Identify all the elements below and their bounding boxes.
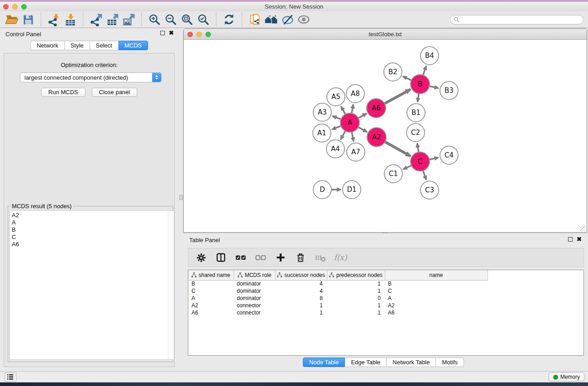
column-header-successor-nodes[interactable]: successor nodes xyxy=(275,270,327,280)
criterion-value: largest connected component (directed) xyxy=(24,74,128,81)
mcds-result-item[interactable]: A xyxy=(10,219,174,226)
function-builder-icon[interactable]: f(x) xyxy=(332,250,349,265)
window-resize-grip[interactable] xyxy=(580,226,586,232)
graph-node-label: C3 xyxy=(425,186,434,194)
tab-style[interactable]: Style xyxy=(65,41,90,50)
optimization-criterion-label: Optimization criterion: xyxy=(4,62,174,68)
toolbar-separator xyxy=(242,13,242,26)
tab-select[interactable]: Select xyxy=(90,41,119,50)
column-header-shared-name[interactable]: shared name xyxy=(188,270,234,280)
table-cell: connector xyxy=(234,309,275,316)
tab-node-table[interactable]: Node Table xyxy=(303,357,345,367)
table-header-row: shared nameMCDS rolesuccessor nodesprede… xyxy=(188,270,488,280)
table-row[interactable]: Cdominator41C xyxy=(188,287,488,295)
table-cell: A xyxy=(188,295,234,302)
tab-mcds[interactable]: MCDS xyxy=(119,41,148,50)
table-cell: 4 xyxy=(275,280,327,287)
mcds-result-item[interactable]: C xyxy=(10,234,174,241)
column-header-name[interactable]: name xyxy=(385,270,488,280)
hide-selected-icon[interactable] xyxy=(279,12,296,27)
graph-edge-A6-B[interactable] xyxy=(383,90,411,105)
table-cell: 0 xyxy=(327,295,385,302)
table-settings-icon[interactable] xyxy=(193,250,209,265)
table-row[interactable]: Bdominator41B xyxy=(188,280,488,287)
create-column-icon[interactable] xyxy=(272,250,289,265)
graph-node-label: A2 xyxy=(372,133,381,141)
table-cell: 1 xyxy=(327,309,385,316)
tab-edge-table[interactable]: Edge Table xyxy=(345,357,387,367)
export-network-icon[interactable] xyxy=(88,12,104,27)
zoom-in-icon[interactable] xyxy=(146,12,163,27)
table-toolbar: f(x) xyxy=(188,248,584,267)
column-header-predecessor-nodes[interactable]: predecessor nodes xyxy=(327,270,385,280)
table-cell: C xyxy=(188,287,234,295)
export-image-icon[interactable] xyxy=(120,12,137,27)
float-panel-icon[interactable] xyxy=(160,31,165,35)
select-all-icon[interactable] xyxy=(233,250,249,265)
run-mcds-button[interactable]: Run MCDS xyxy=(41,88,86,97)
tab-network-table[interactable]: Network Table xyxy=(387,357,436,367)
table-cell: A2 xyxy=(188,302,234,309)
main-titlebar: Session: New Session xyxy=(0,2,588,11)
apply-layout-icon[interactable] xyxy=(221,12,237,27)
table-cell: A2 xyxy=(385,302,488,309)
graph-node-label: A6 xyxy=(372,104,381,112)
graph-edge-A2-C[interactable] xyxy=(384,141,411,156)
graph-node-label: A4 xyxy=(331,145,340,153)
table-cell: dominator xyxy=(234,287,275,295)
application-window: Session: New Session xyxy=(0,0,588,386)
network-graph: B4B2BB3A8A5A6A3B1AA1C2A2A4A7C4CC1C3DD1 xyxy=(184,40,587,232)
table-panel: Table Panel ✖ xyxy=(179,234,588,371)
close-panel-icon[interactable]: ✖ xyxy=(169,31,174,35)
mcds-result-item[interactable]: B xyxy=(10,226,174,234)
mcds-result-item[interactable]: A2 xyxy=(10,212,174,219)
table-cell: 8 xyxy=(275,295,327,302)
graph-node-label: B2 xyxy=(388,68,397,76)
memory-button[interactable]: Memory xyxy=(549,372,584,381)
search-input[interactable] xyxy=(461,17,583,23)
delete-table-icon[interactable] xyxy=(312,250,329,265)
column-chooser-icon[interactable] xyxy=(213,250,229,265)
show-all-icon[interactable] xyxy=(296,12,312,27)
import-network-icon[interactable] xyxy=(46,12,62,27)
tab-network[interactable]: Network xyxy=(30,41,65,50)
show-log-button[interactable] xyxy=(5,372,16,381)
first-neighbors-icon[interactable] xyxy=(263,12,279,27)
import-table-icon[interactable] xyxy=(62,12,78,27)
new-network-from-selection-icon[interactable] xyxy=(247,12,263,27)
zoom-out-icon[interactable] xyxy=(163,12,179,27)
close-panel-button[interactable]: Close panel xyxy=(92,88,138,97)
mcds-result-item[interactable]: A6 xyxy=(10,241,174,248)
table-cell: B xyxy=(188,280,234,287)
toolbar-separator xyxy=(41,13,41,26)
table-row[interactable]: A6connector11A6 xyxy=(188,309,488,316)
table-body: Bdominator41BCdominator41CAdominator80AA… xyxy=(188,280,488,316)
graph-node-label: B4 xyxy=(425,52,434,60)
delete-columns-icon[interactable] xyxy=(292,250,309,265)
tab-motifs[interactable]: Motifs xyxy=(436,357,464,367)
zoom-selected-icon[interactable] xyxy=(195,12,211,27)
close-table-panel-icon[interactable]: ✖ xyxy=(577,237,582,242)
table-row[interactable]: Adominator80A xyxy=(188,295,488,302)
graph-node-label: C2 xyxy=(411,129,420,137)
network-canvas[interactable]: B4B2BB3A8A5A6A3B1AA1C2A2A4A7C4CC1C3DD1 xyxy=(184,40,587,232)
float-table-panel-icon[interactable] xyxy=(568,237,573,242)
status-bar: Memory xyxy=(0,371,588,382)
table-cell: C xyxy=(385,287,488,295)
table-cell: A6 xyxy=(188,309,234,316)
toolbar-separator xyxy=(216,13,216,26)
open-session-icon[interactable] xyxy=(4,12,20,27)
criterion-dropdown[interactable]: largest connected component (directed) xyxy=(20,72,162,82)
table-row[interactable]: A2connector11A2 xyxy=(188,302,488,309)
mcds-tab-content: Optimization criterion: largest connecte… xyxy=(4,53,175,367)
zoom-fit-icon[interactable] xyxy=(179,12,195,27)
search-field[interactable] xyxy=(450,15,583,24)
desktop-strip-bottom xyxy=(0,382,588,386)
vertical-splitter-grip[interactable] xyxy=(179,195,183,200)
save-session-icon[interactable] xyxy=(20,12,36,27)
table-cell: A6 xyxy=(385,309,488,316)
export-table-icon[interactable] xyxy=(104,12,120,27)
deselect-all-icon[interactable] xyxy=(253,250,269,265)
scrollbar-track[interactable] xyxy=(168,211,174,359)
column-header-MCDS-role[interactable]: MCDS role xyxy=(234,270,275,280)
